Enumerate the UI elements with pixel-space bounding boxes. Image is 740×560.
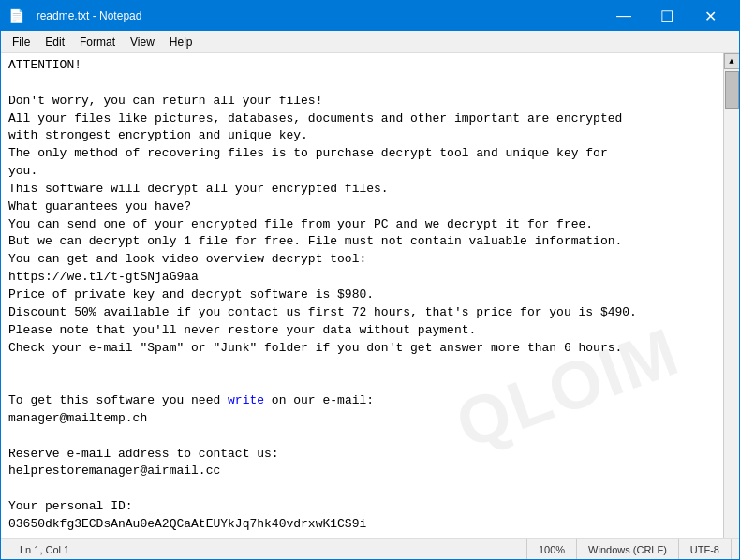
line-endings: Windows (CRLF) — [577, 539, 679, 559]
close-button[interactable]: ✕ — [688, 1, 732, 31]
window-title: _readme.txt - Notepad — [30, 9, 141, 22]
text-editor[interactable]: ATTENTION! Don't worry, you can return a… — [1, 53, 723, 538]
notepad-icon: 📄 — [8, 8, 24, 24]
menu-format[interactable]: Format — [72, 32, 123, 52]
maximize-button[interactable]: ☐ — [645, 1, 688, 31]
encoding: UTF-8 — [679, 539, 732, 559]
vertical-scrollbar[interactable]: ▲ — [723, 53, 739, 538]
scroll-thumb[interactable] — [725, 71, 739, 109]
menu-help[interactable]: Help — [162, 32, 200, 52]
menu-view[interactable]: View — [123, 32, 162, 52]
menu-bar: File Edit Format View Help — [1, 31, 739, 53]
cursor-position: Ln 1, Col 1 — [8, 539, 527, 559]
zoom-level: 100% — [527, 539, 577, 559]
write-word: write — [228, 393, 264, 407]
menu-edit[interactable]: Edit — [37, 32, 72, 52]
notepad-window: 📄 _readme.txt - Notepad — ☐ ✕ File Edit … — [0, 0, 740, 560]
menu-file[interactable]: File — [5, 32, 37, 52]
minimize-button[interactable]: — — [602, 1, 645, 31]
editor-wrapper: QLOIM ATTENTION! Don't worry, you can re… — [1, 53, 739, 538]
title-bar: 📄 _readme.txt - Notepad — ☐ ✕ — [1, 1, 739, 31]
window-controls: — ☐ ✕ — [602, 1, 732, 31]
status-bar: Ln 1, Col 1 100% Windows (CRLF) UTF-8 — [1, 538, 739, 559]
scroll-up-button[interactable]: ▲ — [724, 53, 740, 69]
title-bar-left: 📄 _readme.txt - Notepad — [8, 8, 141, 24]
